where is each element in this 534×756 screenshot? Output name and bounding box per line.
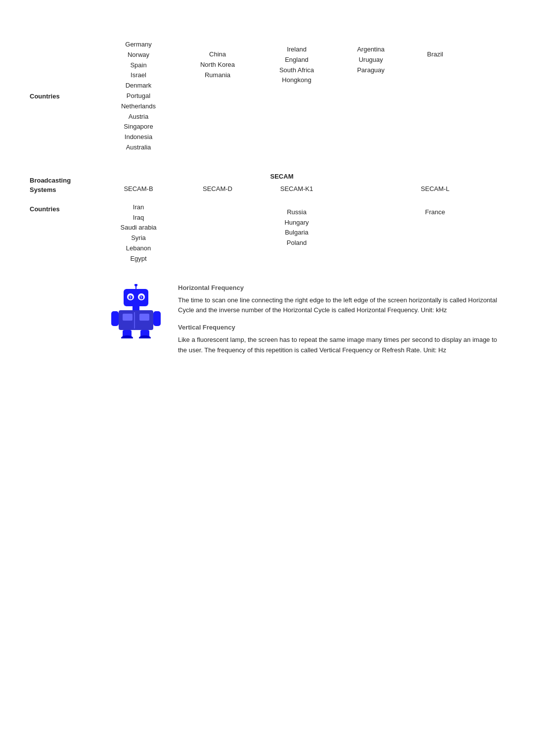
pal-countries-label: Countries	[30, 93, 60, 100]
pal-col5-countries: Brazil	[405, 40, 465, 153]
secam-title: SECAM	[99, 173, 465, 185]
broadcasting-systems-label: Broadcasting Systems	[30, 176, 71, 195]
pal-col4-countries: Argentina Uruguay Paraguay	[336, 40, 405, 153]
secam-col3-countries: Russia Hungary Bulgaria Poland	[257, 202, 336, 264]
svg-point-8	[134, 284, 137, 286]
pal-col2-countries: China North Korea Rumania	[178, 40, 257, 153]
svg-text:?: ?	[129, 295, 132, 300]
svg-rect-9	[133, 306, 139, 310]
frequency-text-container: Horizontal Frequency The time to scan on…	[178, 284, 504, 356]
horizontal-frequency-desc: The time to scan one line connecting the…	[178, 295, 504, 316]
secam-countries-label: Countries	[30, 205, 60, 213]
secam-d-header: SECAM-D	[178, 185, 257, 192]
vertical-frequency-title: Vertical Frequency	[178, 324, 504, 331]
svg-rect-14	[153, 311, 161, 326]
secam-l-header: SECAM-L	[405, 185, 465, 192]
vertical-frequency-desc: Like a fluorescent lamp, the screen has …	[178, 335, 504, 356]
secam-col4-countries: France	[405, 202, 465, 264]
svg-rect-13	[111, 311, 119, 326]
svg-text:?: ?	[140, 295, 142, 300]
secam-col1-countries: Iran Iraq Saudi arabia Syria Lebanon Egy…	[99, 202, 178, 264]
horizontal-frequency-title: Horizontal Frequency	[178, 284, 504, 291]
secam-k1-header: SECAM-K1	[257, 185, 336, 192]
svg-rect-11	[123, 314, 133, 321]
pal-col3-countries: Ireland England South Africa Hongkong	[257, 40, 336, 153]
secam-col2-countries	[178, 202, 257, 264]
svg-rect-12	[139, 314, 149, 321]
pal-col1-countries: Germany Norway Spain Israel Denmark Port…	[99, 40, 178, 153]
secam-b-header: SECAM-B	[99, 185, 178, 192]
robot-icon: ? ?	[109, 284, 163, 340]
